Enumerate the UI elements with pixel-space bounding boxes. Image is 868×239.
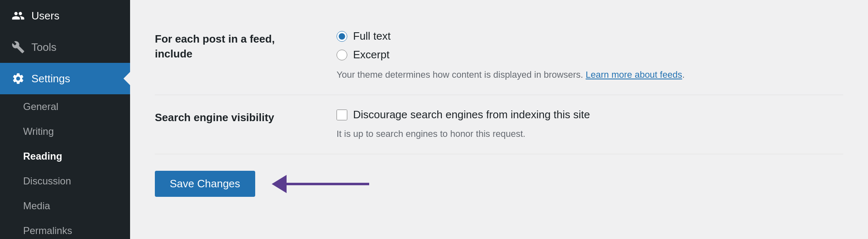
search-help-text: It is up to search engines to honor this…: [337, 127, 843, 141]
arrow-shaft: [287, 183, 369, 185]
sidebar-item-settings[interactable]: Settings: [0, 63, 130, 94]
discourage-search-option[interactable]: Discourage search engines from indexing …: [337, 108, 843, 121]
sidebar-item-tools[interactable]: Tools: [0, 31, 130, 63]
settings-icon: [12, 72, 25, 85]
feed-radio-group: Full text Excerpt: [337, 30, 843, 61]
full-text-radio[interactable]: [337, 31, 347, 42]
main-content: For each post in a feed, include Full te…: [130, 0, 868, 239]
search-visibility-field: Discourage search engines from indexing …: [337, 108, 843, 141]
sidebar-item-general[interactable]: General: [0, 94, 130, 119]
sidebar-item-users-label: Users: [31, 10, 59, 22]
excerpt-label: Excerpt: [353, 48, 389, 61]
feed-settings-row: For each post in a feed, include Full te…: [155, 17, 843, 95]
arrow-head: [272, 175, 287, 193]
search-visibility-label: Search engine visibility: [155, 108, 312, 125]
arrow-annotation: [272, 175, 369, 193]
discourage-search-checkbox[interactable]: [337, 110, 347, 120]
sidebar: Users Tools Settings General Writing Rea…: [0, 0, 130, 239]
full-text-option[interactable]: Full text: [337, 30, 843, 43]
tools-icon: [12, 41, 25, 54]
learn-more-link[interactable]: Learn more about feeds: [586, 69, 682, 80]
sidebar-item-writing[interactable]: Writing: [0, 119, 130, 144]
discourage-search-label: Discourage search engines from indexing …: [353, 108, 590, 121]
save-changes-button[interactable]: Save Changes: [155, 171, 255, 197]
save-area: Save Changes: [155, 154, 843, 205]
excerpt-radio[interactable]: [337, 50, 347, 60]
full-text-label: Full text: [353, 30, 391, 43]
settings-submenu: General Writing Reading Discussion Media…: [0, 94, 130, 239]
sidebar-item-reading[interactable]: Reading: [0, 144, 130, 169]
users-icon: [12, 9, 25, 22]
sidebar-item-permalinks[interactable]: Permalinks: [0, 218, 130, 239]
excerpt-option[interactable]: Excerpt: [337, 48, 843, 61]
sidebar-item-discussion[interactable]: Discussion: [0, 169, 130, 194]
feed-field: Full text Excerpt Your theme determines …: [337, 30, 843, 81]
sidebar-item-media[interactable]: Media: [0, 194, 130, 218]
search-visibility-row: Search engine visibility Discourage sear…: [155, 95, 843, 154]
feed-label: For each post in a feed, include: [155, 30, 312, 62]
sidebar-item-tools-label: Tools: [31, 41, 57, 54]
sidebar-item-settings-label: Settings: [31, 72, 70, 85]
sidebar-item-users[interactable]: Users: [0, 0, 130, 31]
feed-help-text: Your theme determines how content is dis…: [337, 68, 843, 81]
